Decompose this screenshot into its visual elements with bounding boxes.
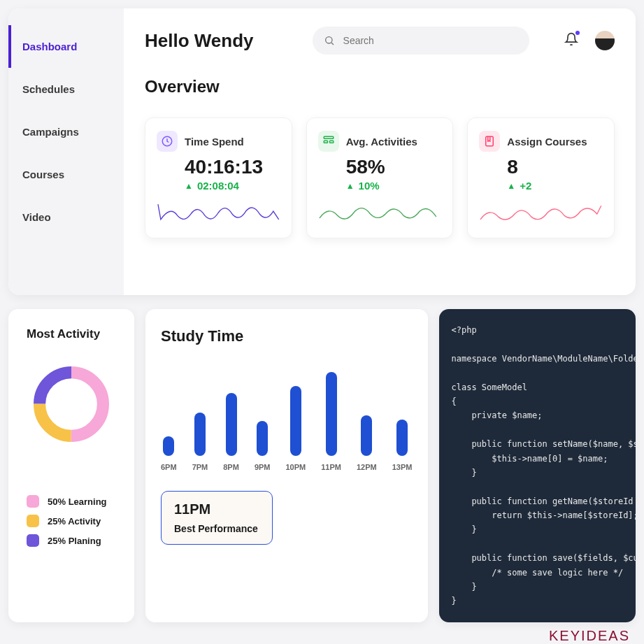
- bar: [290, 386, 301, 456]
- card-assign-courses: Assign Courses 8 +2: [467, 117, 615, 238]
- bar-column: 13PM: [392, 420, 413, 471]
- bar-column: 11PM: [321, 372, 341, 471]
- bar-column: 6PM: [161, 436, 177, 471]
- svg-rect-5: [329, 141, 333, 143]
- top-section: Dashboard Schedules Campaigns Courses Vi…: [8, 8, 636, 295]
- bar-column: 8PM: [223, 393, 239, 471]
- sidebar-item-video[interactable]: Video: [8, 196, 124, 238]
- card-time-spend: Time Spend 40:16:13 02:08:04: [145, 117, 292, 238]
- sparkline: [479, 197, 603, 228]
- bar-label: 9PM: [255, 463, 271, 471]
- book-icon: [479, 131, 500, 152]
- sidebar: Dashboard Schedules Campaigns Courses Vi…: [8, 8, 124, 295]
- bell-icon[interactable]: [564, 32, 578, 49]
- sidebar-item-courses[interactable]: Courses: [8, 153, 124, 196]
- grid-icon: [318, 131, 339, 152]
- swatch-icon: [27, 495, 39, 508]
- sidebar-item-campaigns[interactable]: Campaigns: [8, 110, 124, 153]
- card-title: Avg. Activities: [346, 136, 417, 148]
- svg-point-0: [325, 37, 331, 43]
- activity-donut-chart: [29, 362, 113, 446]
- most-activity-panel: Most Activity 50% Learning 25% Activity …: [8, 309, 134, 622]
- bar: [226, 393, 237, 456]
- legend-item: 50% Learning: [27, 495, 119, 508]
- bar-column: 7PM: [192, 413, 208, 471]
- header: Hello Wendy: [145, 27, 615, 55]
- svg-line-1: [331, 43, 334, 45]
- card-delta: +2: [507, 180, 603, 192]
- bar-label: 12PM: [357, 463, 377, 471]
- search-icon: [324, 35, 335, 46]
- activity-title: Most Activity: [27, 327, 100, 341]
- sidebar-item-dashboard[interactable]: Dashboard: [8, 25, 124, 68]
- bar-label: 8PM: [223, 463, 239, 471]
- bar: [194, 413, 206, 456]
- bar-column: 12PM: [357, 415, 377, 471]
- best-time: 11PM: [174, 501, 259, 517]
- main-panel: Hello Wendy Overview Time Spend: [124, 8, 636, 295]
- bar-label: 13PM: [392, 463, 413, 471]
- bar-label: 7PM: [192, 463, 208, 471]
- card-title: Assign Courses: [507, 136, 587, 148]
- search-wrap: [313, 27, 529, 55]
- card-delta: 02:08:04: [185, 180, 280, 192]
- card-avg-activities: Avg. Activities 58% 10%: [306, 117, 454, 238]
- bar-label: 10PM: [286, 463, 306, 471]
- bar-column: 10PM: [286, 386, 306, 471]
- card-title: Time Spend: [185, 136, 244, 148]
- legend-label: 25% Activity: [48, 516, 101, 527]
- swatch-icon: [27, 534, 39, 547]
- card-value: 58%: [346, 156, 442, 178]
- avatar[interactable]: [595, 31, 615, 50]
- sparkline: [318, 197, 442, 228]
- bar: [396, 420, 408, 456]
- header-actions: [564, 31, 615, 50]
- bar: [326, 372, 337, 456]
- activity-legend: 50% Learning 25% Activity 25% Planing: [24, 488, 119, 554]
- brand-name: KEYIDEAS: [8, 628, 630, 644]
- best-label: Best Performance: [174, 523, 259, 534]
- bar: [257, 421, 268, 456]
- clock-icon: [157, 131, 178, 152]
- sidebar-item-schedules[interactable]: Schedules: [8, 68, 124, 110]
- bar: [361, 415, 372, 456]
- card-value: 8: [507, 156, 603, 178]
- svg-rect-3: [324, 136, 334, 138]
- bar-label: 11PM: [321, 463, 341, 471]
- search-input[interactable]: [313, 27, 529, 55]
- bottom-section: Most Activity 50% Learning 25% Activity …: [8, 309, 636, 622]
- card-value: 40:16:13: [185, 156, 280, 178]
- legend-label: 50% Learning: [48, 496, 107, 507]
- study-bar-chart: 6PM7PM8PM9PM10PM11PM12PM13PM: [161, 373, 413, 471]
- bar-column: 9PM: [255, 421, 271, 471]
- sparkline: [157, 197, 280, 228]
- bar-label: 6PM: [161, 463, 177, 471]
- study-time-panel: Study Time 6PM7PM8PM9PM10PM11PM12PM13PM …: [145, 309, 428, 622]
- bar: [163, 436, 174, 456]
- legend-label: 25% Planing: [48, 536, 101, 546]
- footer-brand: KEYIDEAS agility·ingenuity·reliability: [8, 628, 636, 644]
- swatch-icon: [27, 515, 39, 527]
- study-title: Study Time: [161, 327, 413, 345]
- card-delta: 10%: [346, 180, 442, 192]
- greeting: Hello Wendy: [145, 30, 254, 52]
- overview-title: Overview: [145, 77, 615, 96]
- code-panel: <?php namespace VendorName\ModuleName\Fo…: [439, 309, 636, 622]
- overview-cards: Time Spend 40:16:13 02:08:04 Avg. Activi…: [145, 117, 615, 238]
- svg-rect-4: [324, 141, 327, 143]
- best-performance-box: 11PM Best Performance: [161, 491, 273, 545]
- legend-item: 25% Activity: [27, 515, 119, 527]
- legend-item: 25% Planing: [27, 534, 119, 547]
